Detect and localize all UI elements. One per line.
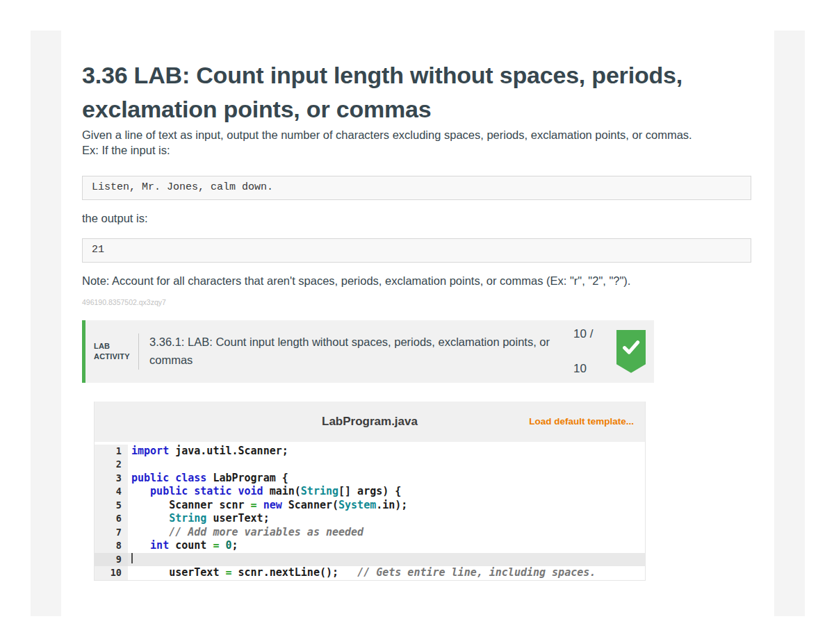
line-number: 9 bbox=[95, 553, 128, 567]
lab-activity-card: LAB ACTIVITY 3.36.1: LAB: Count input le… bbox=[82, 320, 654, 581]
line-number: 7 bbox=[95, 526, 128, 540]
score-total: 10 bbox=[573, 362, 607, 376]
intro-text: Given a line of text as input, output th… bbox=[82, 127, 751, 142]
score-display: 10 / 10 bbox=[573, 327, 607, 376]
code-area[interactable]: 1import java.util.Scanner;23public class… bbox=[95, 442, 645, 580]
completed-check-icon bbox=[616, 330, 646, 373]
line-number: 6 bbox=[95, 512, 128, 526]
code-line-text[interactable]: import java.util.Scanner; bbox=[128, 445, 645, 459]
code-editor: LabProgram.java Load default template...… bbox=[94, 402, 646, 581]
line-number: 3 bbox=[95, 472, 128, 486]
checkmark-glyph bbox=[621, 337, 641, 358]
text-cursor bbox=[131, 553, 133, 563]
example-input-box: Listen, Mr. Jones, calm down. bbox=[82, 176, 751, 200]
code-line[interactable]: 3public class LabProgram { bbox=[95, 472, 645, 486]
code-line-text[interactable]: Scanner scnr = new Scanner(System.in); bbox=[128, 499, 645, 513]
code-line-text[interactable]: // Add more variables as needed bbox=[128, 526, 645, 540]
line-number: 1 bbox=[95, 445, 128, 459]
editor-header: LabProgram.java Load default template... bbox=[95, 402, 645, 442]
code-line-text[interactable]: public class LabProgram { bbox=[128, 472, 645, 486]
code-line[interactable]: 2 bbox=[95, 458, 645, 472]
load-default-template-link[interactable]: Load default template... bbox=[529, 402, 634, 442]
code-line[interactable]: 4 public static void main(String[] args)… bbox=[95, 485, 645, 499]
left-gutter-strip bbox=[31, 31, 61, 616]
line-number: 5 bbox=[95, 499, 128, 513]
code-line[interactable]: 9 bbox=[95, 553, 645, 567]
example-output-box: 21 bbox=[82, 238, 751, 263]
lab-activity-badge: LAB ACTIVITY bbox=[94, 341, 134, 362]
code-line[interactable]: 5 Scanner scnr = new Scanner(System.in); bbox=[95, 499, 645, 513]
line-number: 2 bbox=[95, 458, 128, 472]
code-line[interactable]: 10 userText = scnr.nextLine(); // Gets e… bbox=[95, 566, 645, 580]
code-line-text[interactable] bbox=[128, 553, 645, 567]
line-number: 8 bbox=[95, 539, 128, 553]
lesson-content: 3.36 LAB: Count input length without spa… bbox=[61, 31, 774, 616]
code-line-text[interactable] bbox=[128, 458, 645, 472]
header-divider bbox=[138, 333, 139, 370]
note-text: Note: Account for all characters that ar… bbox=[82, 273, 751, 288]
right-gutter-strip bbox=[774, 31, 805, 616]
code-line[interactable]: 1import java.util.Scanner; bbox=[95, 445, 645, 459]
lab-activity-header: LAB ACTIVITY 3.36.1: LAB: Count input le… bbox=[82, 320, 654, 383]
page: 3.36 LAB: Count input length without spa… bbox=[0, 0, 834, 644]
code-line[interactable]: 7 // Add more variables as needed bbox=[95, 526, 645, 540]
lab-badge-line1: LAB bbox=[94, 341, 134, 352]
example-label: Ex: If the input is: bbox=[82, 142, 751, 158]
activity-title: 3.36.1: LAB: Count input length without … bbox=[149, 333, 573, 369]
code-line-text[interactable]: int count = 0; bbox=[128, 539, 645, 553]
code-line[interactable]: 6 String userText; bbox=[95, 512, 645, 526]
output-label: the output is: bbox=[82, 210, 751, 226]
content-id: 496190.8357502.qx3zqy7 bbox=[82, 298, 751, 306]
code-line[interactable]: 8 int count = 0; bbox=[95, 539, 645, 553]
code-line-text[interactable]: String userText; bbox=[128, 512, 645, 526]
line-number: 4 bbox=[95, 485, 128, 499]
lab-badge-line2: ACTIVITY bbox=[94, 352, 134, 362]
score-earned: 10 / bbox=[573, 327, 607, 341]
code-line-text[interactable]: public static void main(String[] args) { bbox=[128, 485, 645, 499]
code-line-text[interactable]: userText = scnr.nextLine(); // Gets enti… bbox=[128, 566, 645, 580]
line-number: 10 bbox=[95, 566, 128, 580]
page-title: 3.36 LAB: Count input length without spa… bbox=[82, 58, 721, 127]
